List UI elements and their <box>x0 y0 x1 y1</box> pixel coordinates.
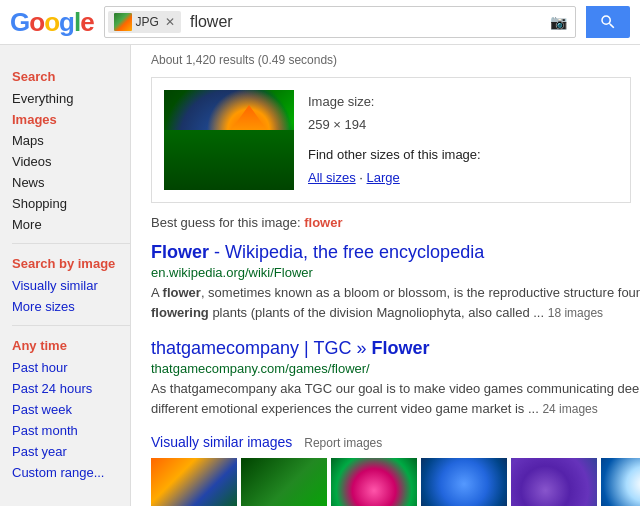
chip-close-icon[interactable]: ✕ <box>165 15 175 29</box>
sidebar-item-more-sizes[interactable]: More sizes <box>12 296 130 317</box>
sidebar-item-visually-similar[interactable]: Visually similar <box>12 275 130 296</box>
search-button[interactable] <box>586 6 630 38</box>
best-guess: Best guess for this image: flower <box>151 215 640 230</box>
result-1-link[interactable]: Flower - Wikipedia, the free encyclopedi… <box>151 242 484 262</box>
featured-info: Image size: 259 × 194 Find other sizes o… <box>308 90 481 190</box>
similar-image-5[interactable] <box>511 458 597 506</box>
best-guess-link[interactable]: flower <box>304 215 342 230</box>
visually-similar-header: Visually similar images Report images <box>151 434 640 450</box>
sidebar-item-past-month[interactable]: Past month <box>12 420 130 441</box>
image-size-label: Image size: 259 × 194 <box>308 90 481 137</box>
result-2-meta: 24 images <box>542 402 597 416</box>
sidebar-item-maps[interactable]: Maps <box>12 130 130 151</box>
result-item-1: Flower - Wikipedia, the free encyclopedi… <box>151 242 640 322</box>
sidebar-search-title: Search <box>12 69 130 84</box>
image-chip-type-label: JPG <box>136 15 159 29</box>
result-1-meta: 18 images <box>548 306 603 320</box>
sidebar-divider <box>12 243 130 244</box>
report-images-link[interactable]: Report images <box>304 436 382 450</box>
result-1-snippet: A flower, sometimes known as a bloom or … <box>151 283 640 322</box>
main-content: About 1,420 results (0.49 seconds) Image… <box>130 45 640 506</box>
sidebar-item-shopping[interactable]: Shopping <box>12 193 130 214</box>
logo-o1: o <box>29 7 44 37</box>
result-2-snippet: As thatgamecompany aka TGC our goal is t… <box>151 379 640 418</box>
sidebar-item-past-24hours[interactable]: Past 24 hours <box>12 378 130 399</box>
google-logo: Google <box>10 7 94 38</box>
image-grid-row-1 <box>151 458 640 506</box>
search-by-image-title: Search by image <box>12 256 130 271</box>
search-icon <box>599 13 617 31</box>
image-thumbnail-chip <box>114 13 132 31</box>
result-1-title: Flower - Wikipedia, the free encyclopedi… <box>151 242 640 263</box>
result-2-link[interactable]: thatgamecompany | TGC » Flower <box>151 338 429 358</box>
sidebar-item-past-week[interactable]: Past week <box>12 399 130 420</box>
similar-image-4[interactable] <box>421 458 507 506</box>
featured-image[interactable] <box>164 90 294 190</box>
body-wrap: Search Everything Images Maps Videos New… <box>0 45 640 506</box>
similar-image-2[interactable] <box>241 458 327 506</box>
image-chip[interactable]: JPG ✕ <box>108 11 181 33</box>
camera-icon[interactable]: 📷 <box>542 14 575 30</box>
sidebar-item-custom-range[interactable]: Custom range... <box>12 462 130 483</box>
sidebar-item-more[interactable]: More <box>12 214 130 235</box>
search-bar: JPG ✕ 📷 <box>104 6 576 38</box>
image-size-value: 259 × 194 <box>308 117 366 132</box>
similar-image-3[interactable] <box>331 458 417 506</box>
sidebar-item-news[interactable]: News <box>12 172 130 193</box>
result-item-2: thatgamecompany | TGC » Flower thatgamec… <box>151 338 640 418</box>
similar-image-1[interactable] <box>151 458 237 506</box>
header: Google JPG ✕ 📷 <box>0 0 640 45</box>
visually-similar-link[interactable]: Visually similar images <box>151 434 292 450</box>
sidebar-item-past-year[interactable]: Past year <box>12 441 130 462</box>
large-link[interactable]: Large <box>367 170 400 185</box>
results-stats: About 1,420 results (0.49 seconds) <box>151 53 640 67</box>
sidebar: Search Everything Images Maps Videos New… <box>0 45 130 506</box>
image-size-title: Image size: <box>308 94 374 109</box>
sidebar-divider-2 <box>12 325 130 326</box>
result-2-url: thatgamecompany.com/games/flower/ <box>151 361 640 376</box>
similar-image-6[interactable] <box>601 458 640 506</box>
sidebar-item-images[interactable]: Images <box>12 109 130 130</box>
all-sizes-link[interactable]: All sizes <box>308 170 356 185</box>
result-2-title: thatgamecompany | TGC » Flower <box>151 338 640 359</box>
search-input[interactable] <box>184 13 542 31</box>
logo-g: G <box>10 7 29 37</box>
logo-g2: g <box>59 7 74 37</box>
featured-result: Image size: 259 × 194 Find other sizes o… <box>151 77 631 203</box>
sidebar-item-videos[interactable]: Videos <box>12 151 130 172</box>
result-1-url: en.wikipedia.org/wiki/Flower <box>151 265 640 280</box>
logo-e: e <box>80 7 93 37</box>
sidebar-item-everything[interactable]: Everything <box>12 88 130 109</box>
any-time-title: Any time <box>12 338 130 353</box>
logo-o2: o <box>44 7 59 37</box>
find-other-sizes-label: Find other sizes of this image: All size… <box>308 143 481 190</box>
sidebar-item-past-hour[interactable]: Past hour <box>12 357 130 378</box>
